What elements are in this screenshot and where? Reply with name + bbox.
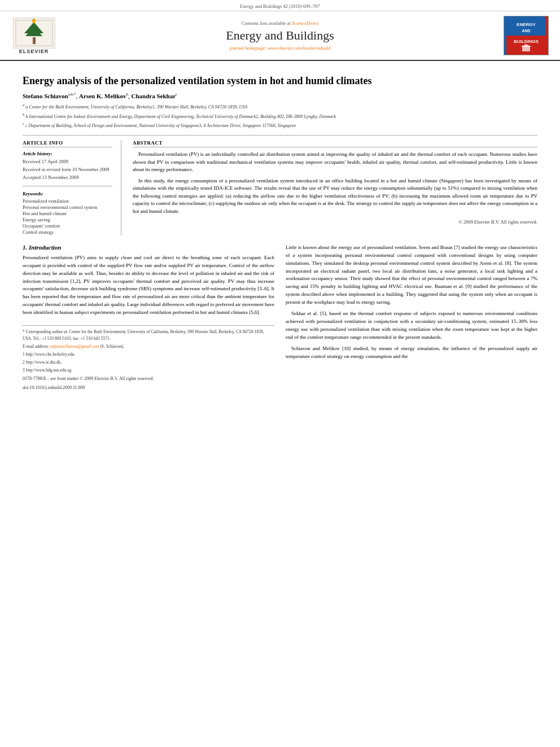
abstract-para-1: Personalized ventilation (PV) is an indi… — [133, 151, 537, 174]
sciencedirect-line: Contents lists available at ScienceDirec… — [56, 20, 504, 26]
abstract-text: Personalized ventilation (PV) is an indi… — [133, 151, 537, 226]
sciencedirect-link[interactable]: ScienceDirect — [292, 20, 318, 26]
info-divider — [23, 186, 112, 186]
right-para-3: Schiavon and Melikov [10] studied, by me… — [286, 345, 537, 361]
keywords-label: Keywords: — [23, 191, 112, 196]
body-left-column: 1. Introduction Personalized ventilation… — [23, 244, 274, 392]
right-para-1: Little is known about the energy use of … — [286, 244, 537, 307]
svg-text:ENERGY: ENERGY — [517, 22, 536, 27]
abstract-label: ABSTRACT — [133, 140, 537, 147]
accepted-date: Accepted 13 November 2009 — [23, 174, 112, 181]
journal-homepage: journal homepage: www.elsevier.com/locat… — [56, 45, 504, 51]
svg-text:BUILDINGS: BUILDINGS — [514, 39, 539, 44]
author3: Chandra Sekhar — [132, 93, 176, 99]
svg-rect-1 — [33, 37, 36, 44]
issn-line: 0378-7788/$ – see front matter © 2009 El… — [23, 375, 274, 383]
section1-right-body: Little is known about the energy use of … — [286, 244, 537, 361]
elsevier-wordmark: ELSEVIER — [19, 49, 49, 54]
author1: Stefano Schiavon — [23, 93, 68, 99]
author2: Arsen K. Melikov — [79, 93, 126, 99]
header-divider — [23, 135, 537, 136]
abstract-column: ABSTRACT Personalized ventilation (PV) i… — [133, 140, 537, 235]
journal-reference-bar: Energy and Buildings 42 (2010) 699–707 — [0, 0, 560, 11]
keyword-1: Personalized ventilation — [23, 198, 112, 204]
article-title: Energy analysis of the personalized vent… — [23, 75, 537, 88]
energy-buildings-logo: ENERGY AND BUILDINGS — [504, 16, 549, 55]
keyword-6: Control strategy — [23, 229, 112, 235]
footnote-3: 3 http://www.bdg.nus.edu.sg. — [23, 367, 274, 374]
section1-body: Personalized ventilation (PV) aims to su… — [23, 254, 274, 317]
history-label: Article history: — [23, 151, 112, 156]
keyword-4: Energy saving — [23, 217, 112, 222]
received-date: Received 17 April 2009 — [23, 159, 112, 165]
corresponding-note: * Corresponding author at: Center for th… — [23, 329, 274, 342]
body-right-column: Little is known about the energy use of … — [286, 244, 537, 392]
keyword-5: Occupants' comfort — [23, 223, 112, 229]
elsevier-tree-logo — [13, 18, 55, 49]
elsevier-tree-svg — [13, 18, 55, 49]
journal-header: ELSEVIER Contents lists available at Sci… — [0, 11, 560, 61]
doi-line: doi:10.1016/j.enbuild.2009.11.009 — [23, 385, 274, 392]
abstract-para-2: In this study, the energy consumption of… — [133, 177, 537, 216]
journal-center-header: Contents lists available at ScienceDirec… — [56, 20, 504, 51]
authors-line: Stefano Schiavona,b,*, Arsen K. Melikovb… — [23, 92, 537, 99]
article-body: Energy analysis of the personalized vent… — [0, 61, 560, 403]
email-person: (S. Schiavon). — [100, 344, 124, 349]
intro-para-1: Personalized ventilation (PV) aims to su… — [23, 254, 274, 317]
right-para-2: Sekhar et al. [5], based on the thermal … — [286, 310, 537, 342]
section1-heading: 1. Introduction — [23, 244, 274, 251]
email-note: E-mail address: stefanoschiavon@gmail.co… — [23, 343, 274, 350]
svg-text:AND: AND — [522, 29, 530, 33]
journal-title: Energy and Buildings — [56, 28, 504, 43]
footnote-1: 1 http://www.cbe.berkeley.edu. — [23, 351, 274, 358]
homepage-link[interactable]: journal homepage: www.elsevier.com/locat… — [230, 45, 330, 51]
copyright-line: © 2009 Elsevier B.V. All rights reserved… — [133, 219, 537, 226]
article-info-column: ARTICLE INFO Article history: Received 1… — [23, 140, 121, 235]
page: Energy and Buildings 42 (2010) 699–707 — [0, 0, 560, 747]
article-info-label: ARTICLE INFO — [23, 140, 112, 147]
journal-ref-text: Energy and Buildings 42 (2010) 699–707 — [240, 3, 320, 9]
footnote-2: 2 http://www.ie.dtu.dk. — [23, 359, 274, 366]
email-value[interactable]: stefanoschiavon@gmail.com — [50, 344, 99, 349]
journal-logo-svg: ENERGY AND BUILDINGS — [506, 18, 546, 54]
affil-c: c c Department of Building, School of De… — [23, 121, 537, 129]
footnote-section: * Corresponding author at: Center for th… — [23, 325, 274, 392]
email-label: E-mail address: — [23, 344, 49, 349]
author3-affil: c — [176, 92, 177, 97]
affil-b: b b International Centre for Indoor Envi… — [23, 112, 537, 120]
keyword-3: Hot and humid climate — [23, 211, 112, 216]
article-info-abstract-columns: ARTICLE INFO Article history: Received 1… — [23, 140, 537, 235]
affiliations: a a Center for the Built Environment, Un… — [23, 102, 537, 129]
author1-affil: a,b,* — [68, 92, 76, 97]
elsevier-logo: ELSEVIER — [11, 18, 56, 54]
revised-date: Received in revised form 10 November 200… — [23, 167, 112, 173]
author2-affil: b — [126, 92, 129, 97]
main-content: 1. Introduction Personalized ventilation… — [23, 244, 537, 392]
affil-a: a a Center for the Built Environment, Un… — [23, 102, 537, 111]
keyword-2: Personal environmental control system — [23, 204, 112, 210]
